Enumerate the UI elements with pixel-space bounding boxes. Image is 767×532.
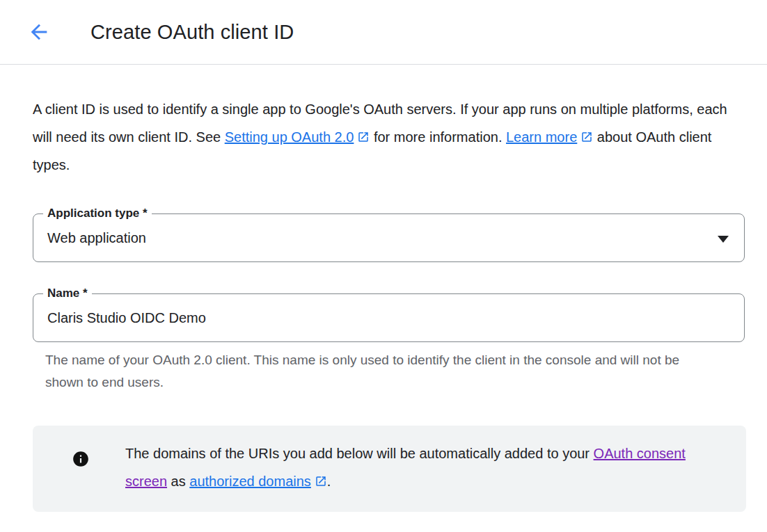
main-content: A client ID is used to identify a single… — [0, 95, 767, 512]
dropdown-caret-icon — [718, 236, 729, 243]
application-type-select[interactable]: Application type * Web application — [33, 213, 745, 262]
page-header: Create OAuth client ID — [0, 0, 767, 65]
setting-up-oauth-link[interactable]: Setting up OAuth 2.0 — [225, 129, 370, 145]
external-link-icon — [580, 131, 593, 143]
external-link-icon — [315, 475, 327, 487]
banner-text: The domains of the URIs you add below wi… — [125, 440, 696, 495]
name-input[interactable] — [33, 294, 744, 341]
application-type-value: Web application — [47, 230, 146, 246]
application-type-label: Application type * — [43, 206, 152, 221]
intro-paragraph: A client ID is used to identify a single… — [33, 95, 737, 179]
info-icon — [72, 450, 90, 468]
arrow-back-icon — [27, 20, 51, 44]
learn-more-link[interactable]: Learn more — [506, 129, 593, 145]
external-link-icon — [357, 131, 370, 143]
page-title: Create OAuth client ID — [90, 21, 294, 44]
authorized-domains-link[interactable]: authorized domains — [189, 474, 327, 489]
back-button[interactable] — [25, 18, 53, 46]
name-field: Name * — [33, 293, 745, 342]
info-banner: The domains of the URIs you add below wi… — [33, 426, 746, 512]
intro-text: for more information. — [370, 129, 506, 145]
name-helper-text: The name of your OAuth 2.0 client. This … — [45, 349, 689, 394]
